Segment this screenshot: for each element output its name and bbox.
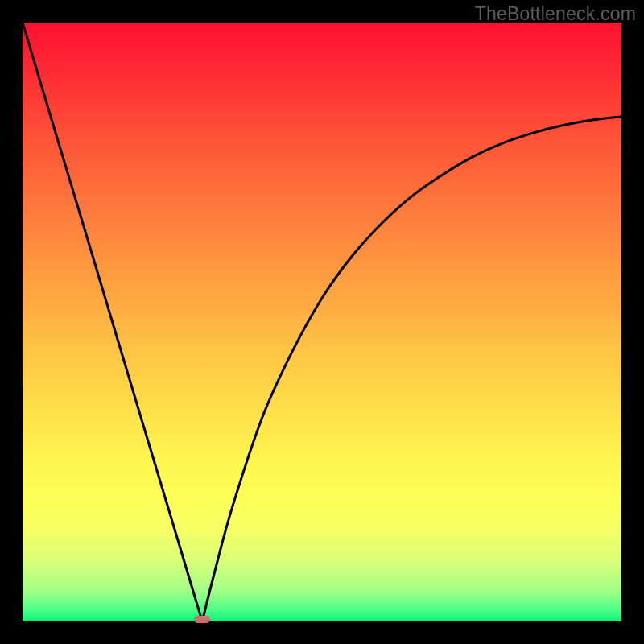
curve-right-branch xyxy=(202,117,621,621)
bottleneck-curve xyxy=(23,23,621,621)
watermark-text: TheBottleneck.com xyxy=(475,3,636,25)
curve-left-branch xyxy=(23,23,202,621)
plot-area xyxy=(23,23,621,621)
optimum-marker xyxy=(194,616,210,623)
chart-frame: TheBottleneck.com xyxy=(0,0,644,644)
